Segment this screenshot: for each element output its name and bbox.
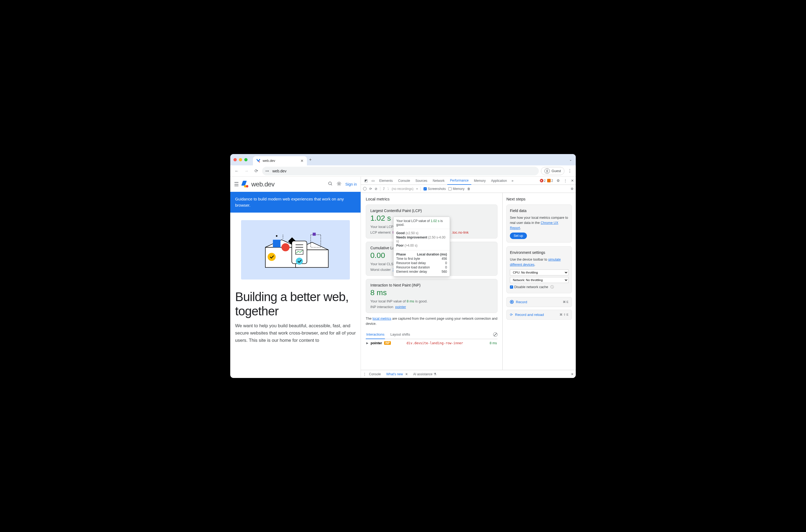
- close-window-button[interactable]: [233, 158, 237, 161]
- tab-network[interactable]: Network: [430, 177, 447, 185]
- gc-icon[interactable]: 🗑: [467, 187, 470, 191]
- devtools-menu-icon[interactable]: ⋮: [562, 178, 569, 183]
- close-tab-icon[interactable]: ✕: [300, 159, 304, 163]
- theme-toggle-icon[interactable]: [337, 181, 341, 188]
- tooltip-header: Your local LCP value of 1.02 s is good.: [394, 217, 450, 229]
- sign-in-link[interactable]: Sign in: [345, 182, 357, 186]
- forward-button[interactable]: →: [243, 167, 250, 175]
- drawer-tab-ai[interactable]: AI assistance ⚗: [411, 370, 439, 378]
- maximize-window-button[interactable]: [244, 158, 247, 161]
- recordings-select[interactable]: (no recordings): [392, 187, 414, 191]
- subtab-layout-shifts[interactable]: Layout shifts: [390, 330, 411, 339]
- interaction-row[interactable]: ▶ pointer INP div.devsite-landing-row-in…: [366, 339, 498, 347]
- browser-menu-icon[interactable]: ⋮: [566, 168, 573, 173]
- omnibox[interactable]: ⊶ web.dev: [262, 167, 539, 175]
- drawer-menu-icon[interactable]: ⋮: [363, 372, 366, 376]
- setup-button[interactable]: Set up: [510, 232, 527, 239]
- tab-console[interactable]: Console: [395, 177, 413, 185]
- upload-icon[interactable]: ⤴: [383, 187, 385, 191]
- back-button[interactable]: ←: [233, 167, 241, 175]
- brand[interactable]: web.dev: [242, 180, 275, 188]
- website-pane: ☰ web.dev Sign in Guidance to build mode…: [230, 177, 361, 378]
- window-titlebar: web.dev ✕ + ⌄: [230, 154, 576, 165]
- new-tab-button[interactable]: +: [309, 157, 312, 162]
- close-drawer-icon[interactable]: ✕: [571, 372, 574, 376]
- subtab-interactions[interactable]: Interactions: [366, 330, 385, 339]
- field-data-title: Field data: [510, 208, 568, 214]
- lcp-tooltip: Your local LCP value of 1.02 s is good. …: [393, 216, 450, 277]
- profile-button[interactable]: Guest: [541, 167, 564, 175]
- record-button[interactable]: [363, 187, 367, 190]
- reload-icon: ⟳: [510, 313, 513, 317]
- drawer-tab-console[interactable]: Console: [366, 370, 383, 378]
- interaction-kind: pointer: [371, 341, 382, 345]
- reload-button[interactable]: ⟳: [252, 167, 260, 175]
- record-reload-row[interactable]: ⟳ Record and reload ⌘ ⇧ E: [506, 310, 572, 320]
- inp-value: 8 ms: [370, 288, 493, 297]
- errors-badge[interactable]: ✕2: [540, 179, 546, 183]
- clear-icon[interactable]: ⊘: [375, 187, 377, 191]
- tab-sources[interactable]: Sources: [413, 177, 430, 185]
- interaction-time: 8 ms: [490, 341, 497, 345]
- interaction-element: div.devsite-landing-row-inner: [407, 341, 463, 345]
- inp-card: Interaction to Next Paint (INP) 8 ms You…: [366, 279, 498, 313]
- site-header: ☰ web.dev Sign in: [230, 177, 361, 192]
- tabs-overflow-icon[interactable]: »: [510, 178, 515, 183]
- network-throttle-select[interactable]: Network: No throttling: [510, 277, 568, 283]
- close-whatsnew-icon: ✕: [405, 372, 408, 376]
- clear-interactions-icon[interactable]: [493, 332, 498, 337]
- svg-line-12: [340, 182, 340, 183]
- favicon-icon: [256, 159, 261, 163]
- inp-note: Your local INP value of 8 ms is good.: [370, 299, 493, 303]
- minimize-window-button[interactable]: [239, 158, 242, 161]
- disable-cache-checkbox[interactable]: ✓Disable network cache ⓘ: [510, 285, 568, 290]
- screenshots-checkbox[interactable]: ✓Screenshots: [424, 187, 446, 191]
- environment-card: Environment settings Use the device tool…: [506, 246, 572, 293]
- site-info-icon[interactable]: ⊶: [265, 169, 270, 173]
- record-dot-icon: [510, 300, 514, 304]
- drawer-tab-whatsnew[interactable]: What's new ✕: [383, 370, 411, 378]
- svg-line-3: [331, 184, 332, 185]
- metrics-caption: The local metrics are captured from the …: [366, 316, 498, 326]
- cpu-throttle-select[interactable]: CPU: No throttling: [510, 269, 568, 276]
- next-steps-panel: Next steps Field data See how your local…: [502, 193, 576, 370]
- address-bar: ← → ⟳ ⊶ web.dev Guest ⋮: [230, 165, 576, 177]
- tab-memory[interactable]: Memory: [471, 177, 488, 185]
- tab-performance[interactable]: Performance: [447, 177, 471, 185]
- svg-line-9: [338, 182, 338, 183]
- tab-title: web.dev: [263, 159, 275, 163]
- tab-application[interactable]: Application: [488, 177, 510, 185]
- traffic-lights: [233, 158, 247, 161]
- url-text: web.dev: [273, 169, 286, 173]
- perf-settings-icon[interactable]: ⚙: [570, 187, 574, 191]
- inp-badge: INP: [384, 341, 391, 345]
- tab-elements[interactable]: Elements: [377, 177, 395, 185]
- inp-interaction: INP interaction pointer: [370, 305, 493, 309]
- lcp-name: Largest Contentful Paint (LCP): [370, 209, 493, 213]
- tab-overflow-icon[interactable]: ⌄: [569, 158, 572, 162]
- performance-main: Local metrics Largest Contentful Paint (…: [361, 193, 502, 370]
- browser-tab[interactable]: web.dev ✕: [253, 156, 307, 165]
- memory-checkbox[interactable]: Memory: [448, 187, 464, 191]
- device-toolbar-icon[interactable]: ▭: [370, 178, 377, 183]
- search-icon[interactable]: [328, 181, 333, 188]
- close-devtools-icon[interactable]: ✕: [569, 178, 576, 183]
- record-row[interactable]: Record ⌘ E: [506, 297, 572, 307]
- flask-icon: ⚗: [433, 372, 436, 376]
- tooltip-thresholds: Good (≤2.50 s) Needs improvement (2.50 s…: [394, 229, 450, 250]
- inp-pointer-link[interactable]: pointer: [395, 305, 406, 309]
- performance-toolbar: ⟳ ⊘ ⤴ ⤵ (no recordings) ▾ ✓Screenshots M…: [361, 185, 576, 193]
- page-lead: We want to help you build beautiful, acc…: [230, 318, 361, 348]
- download-icon[interactable]: ⤵: [387, 187, 389, 191]
- banner: Guidance to build modern web experiences…: [230, 192, 361, 213]
- page-heading: Building a better web, together: [230, 287, 361, 318]
- settings-icon[interactable]: ⚙: [555, 178, 562, 183]
- expand-icon[interactable]: ▶: [366, 342, 369, 344]
- local-metrics-link[interactable]: local metrics: [373, 317, 391, 321]
- issues-badge[interactable]: 2: [547, 179, 553, 183]
- svg-point-18: [267, 253, 276, 261]
- hamburger-icon[interactable]: ☰: [234, 181, 239, 188]
- reload-record-icon[interactable]: ⟳: [369, 187, 372, 191]
- inspect-icon[interactable]: ◩: [362, 178, 370, 183]
- env-title: Environment settings: [510, 250, 568, 255]
